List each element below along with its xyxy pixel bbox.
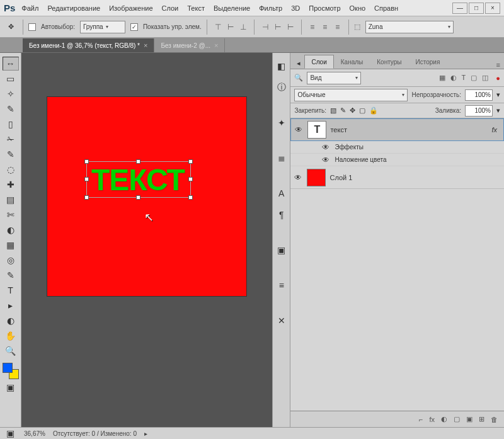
filter-pixel-icon[interactable]: ▦ bbox=[439, 74, 445, 82]
align-right-icon[interactable]: ⊢ bbox=[285, 21, 296, 33]
character-panel-icon[interactable]: A bbox=[275, 186, 289, 200]
marquee-tool[interactable]: ▭ bbox=[3, 72, 19, 86]
path-tool[interactable]: ▸ bbox=[3, 299, 19, 312]
wand-tool[interactable]: ✎ bbox=[3, 102, 19, 116]
healing-tool[interactable]: ✎ bbox=[3, 147, 19, 161]
filter-type-icon[interactable]: T bbox=[462, 74, 466, 82]
filter-toggle-icon[interactable]: ● bbox=[496, 74, 500, 82]
menu-select[interactable]: Выделение bbox=[214, 4, 250, 12]
transform-handle[interactable] bbox=[188, 177, 193, 181]
minimize-button[interactable]: — bbox=[452, 3, 467, 14]
color-panel-icon[interactable]: ◧ bbox=[275, 59, 289, 73]
align-vcenter-icon[interactable]: ⊢ bbox=[225, 21, 236, 33]
screen-mode-icon[interactable]: ▣ bbox=[4, 428, 16, 438]
brush-panel-icon[interactable]: ✦ bbox=[275, 116, 289, 130]
actions-panel-icon[interactable]: ≡ bbox=[275, 278, 289, 292]
layer-thumb-type-icon[interactable]: T bbox=[307, 121, 326, 139]
panel-menu-icon[interactable]: ≡ bbox=[493, 61, 504, 69]
properties-panel-icon[interactable]: ✕ bbox=[275, 314, 289, 328]
fx-badge[interactable]: fx bbox=[491, 126, 501, 134]
link-layers-icon[interactable]: ⌐ bbox=[419, 416, 423, 423]
autoselect-checkbox[interactable] bbox=[28, 23, 36, 31]
transform-handle[interactable] bbox=[84, 195, 89, 200]
transform-handle[interactable] bbox=[136, 159, 140, 164]
paragraph-panel-icon[interactable]: ¶ bbox=[275, 208, 289, 222]
transform-handle[interactable] bbox=[188, 159, 193, 164]
menu-filter[interactable]: Фильтр bbox=[259, 4, 282, 12]
history-brush-tool[interactable]: ▤ bbox=[3, 193, 19, 207]
menu-text[interactable]: Текст bbox=[187, 4, 205, 12]
layer-row-text[interactable]: 👁 T текст fx bbox=[290, 118, 504, 141]
tab-paths[interactable]: Контуры bbox=[370, 55, 408, 69]
filter-smart-icon[interactable]: ◫ bbox=[482, 74, 488, 82]
3d-preset-select[interactable]: Zuna▾ bbox=[365, 21, 454, 33]
menu-window[interactable]: Окно bbox=[350, 4, 366, 12]
opacity-dropdown-icon[interactable]: ▾ bbox=[496, 91, 500, 99]
search-icon[interactable]: 🔍 bbox=[294, 74, 303, 82]
lock-brush-icon[interactable]: ✎ bbox=[340, 106, 346, 115]
move-tool-icon[interactable]: ✥ bbox=[4, 20, 18, 34]
menu-layers[interactable]: Слои bbox=[162, 4, 179, 12]
show-controls-checkbox[interactable]: ✓ bbox=[130, 23, 138, 31]
fill-input[interactable]: 100% bbox=[465, 105, 493, 117]
lock-artboard-icon[interactable]: ▢ bbox=[359, 106, 365, 115]
menu-edit[interactable]: Редактирование bbox=[47, 4, 100, 12]
pen-tool[interactable]: ✎ bbox=[3, 268, 19, 282]
crop-tool[interactable]: ▯ bbox=[3, 117, 19, 131]
stamp-tool[interactable]: ✚ bbox=[3, 178, 19, 191]
opacity-input[interactable]: 100% bbox=[465, 89, 493, 101]
lock-position-icon[interactable]: ✥ bbox=[350, 106, 355, 115]
foreground-swatch[interactable] bbox=[3, 363, 13, 373]
align-top-icon[interactable]: ⊤ bbox=[212, 21, 224, 33]
transform-handle[interactable] bbox=[188, 195, 193, 200]
transform-bounds[interactable] bbox=[86, 161, 191, 198]
lock-all-icon[interactable]: 🔒 bbox=[369, 106, 378, 115]
group-icon[interactable]: ▣ bbox=[466, 415, 472, 423]
visibility-toggle[interactable]: 👁 bbox=[321, 156, 331, 164]
new-layer-icon[interactable]: ⊞ bbox=[479, 415, 484, 423]
move-tool[interactable]: ↔ bbox=[3, 57, 19, 71]
hand-tool[interactable]: ✋ bbox=[3, 329, 19, 343]
eraser-tool[interactable]: ✄ bbox=[3, 208, 19, 222]
panel-collapse-icon[interactable]: ◂ bbox=[293, 57, 304, 69]
quickmask-tool[interactable]: ▣ bbox=[3, 380, 19, 394]
transform-handle[interactable] bbox=[84, 159, 89, 164]
canvas-area[interactable]: ТЕКСТ ↖ bbox=[21, 53, 272, 427]
menu-help[interactable]: Справн bbox=[374, 4, 398, 12]
tab-layers[interactable]: Слои bbox=[304, 55, 333, 69]
eyedropper-tool[interactable]: ✁ bbox=[3, 132, 19, 146]
type-tool[interactable]: T bbox=[3, 283, 19, 297]
menu-file[interactable]: Файл bbox=[21, 4, 38, 12]
zoom-tool[interactable]: 🔍 bbox=[3, 344, 19, 358]
layer-fx-icon[interactable]: fx bbox=[429, 416, 435, 423]
3d-mode-icon[interactable]: ⬚ bbox=[354, 23, 360, 31]
canvas[interactable]: ТЕКСТ ↖ bbox=[47, 97, 246, 296]
fill-dropdown-icon[interactable]: ▾ bbox=[496, 106, 500, 115]
layer-effect-color-overlay[interactable]: 👁 Наложение цвета bbox=[290, 154, 504, 166]
close-button[interactable]: × bbox=[485, 3, 500, 14]
layer-thumb[interactable] bbox=[307, 169, 326, 186]
menu-image[interactable]: Изображение bbox=[109, 4, 152, 12]
layer-mask-icon[interactable]: ◐ bbox=[441, 415, 447, 423]
visibility-toggle[interactable]: 👁 bbox=[293, 173, 303, 182]
adjustment-layer-icon[interactable]: ▢ bbox=[454, 415, 460, 423]
filter-kind-select[interactable]: Вид▾ bbox=[307, 72, 361, 84]
layer-name[interactable]: Слой 1 bbox=[329, 174, 352, 181]
document-tab-2[interactable]: Без имени-2 @... × bbox=[154, 38, 225, 52]
blur-tool[interactable]: ▦ bbox=[3, 238, 19, 252]
visibility-toggle[interactable]: 👁 bbox=[321, 143, 331, 152]
distribute-h-icon[interactable]: ≡ bbox=[307, 21, 318, 33]
tab-channels[interactable]: Каналы bbox=[334, 55, 370, 69]
distribute-icon[interactable]: ≡ bbox=[332, 21, 343, 33]
close-tab-icon[interactable]: × bbox=[144, 42, 147, 49]
brush-tool[interactable]: ◌ bbox=[3, 162, 19, 176]
visibility-toggle[interactable]: 👁 bbox=[294, 125, 304, 134]
adjustments-panel-icon[interactable]: ≣ bbox=[275, 151, 289, 165]
color-swatches[interactable] bbox=[3, 363, 19, 379]
align-bottom-icon[interactable]: ⊥ bbox=[238, 21, 249, 33]
blend-mode-select[interactable]: Обычные▾ bbox=[294, 89, 408, 101]
trash-icon[interactable]: 🗑 bbox=[491, 416, 498, 423]
lock-pixels-icon[interactable]: ▧ bbox=[330, 106, 336, 115]
layer-row-bg[interactable]: 👁 Слой 1 bbox=[290, 166, 504, 189]
gradient-tool[interactable]: ◐ bbox=[3, 223, 19, 237]
